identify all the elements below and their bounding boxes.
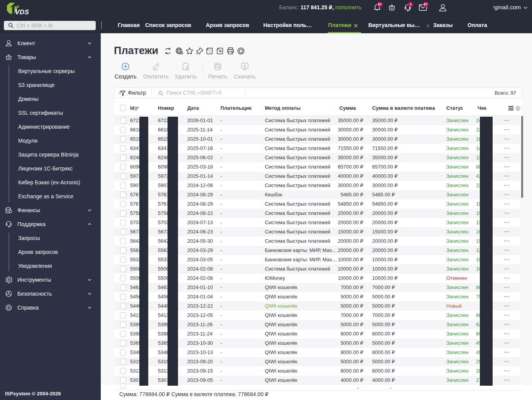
- svg-text:VDS: VDS: [15, 9, 29, 15]
- svg-text:st: st: [16, 4, 20, 9]
